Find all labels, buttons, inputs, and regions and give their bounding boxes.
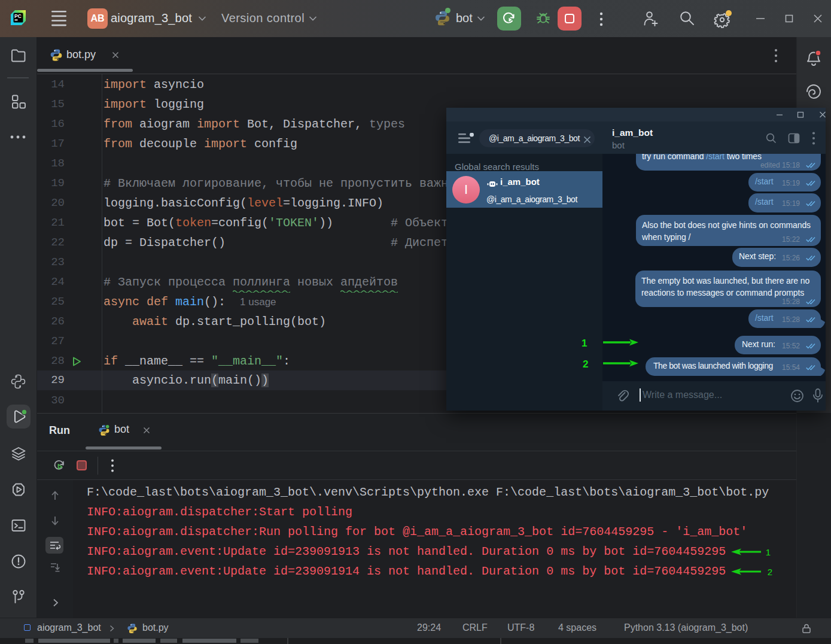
svg-text:2: 2 xyxy=(768,567,772,577)
svg-text:1: 1 xyxy=(766,547,771,557)
svg-text:PC: PC xyxy=(14,13,22,19)
svg-text:2: 2 xyxy=(583,359,588,370)
svg-text:1: 1 xyxy=(582,338,587,349)
